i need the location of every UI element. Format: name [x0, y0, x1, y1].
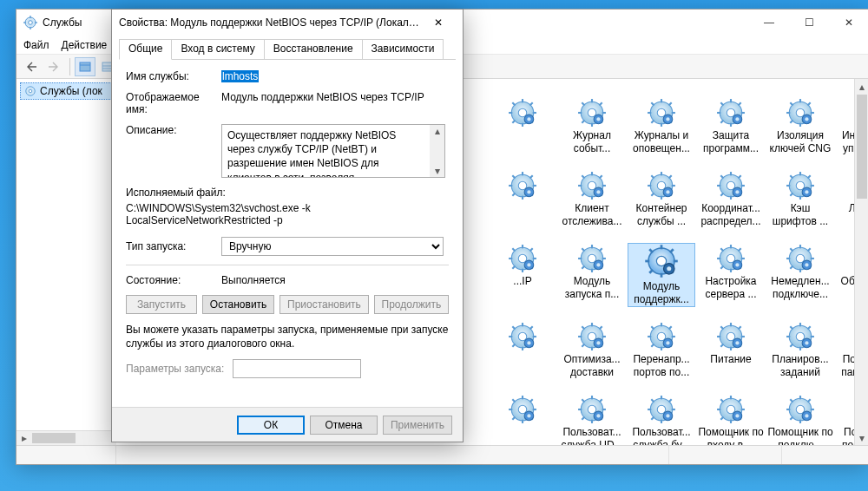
service-item[interactable]: Кэш шрифтов ... — [767, 171, 833, 228]
service-item[interactable]: ...IP — [490, 244, 556, 306]
svg-line-188 — [670, 249, 674, 252]
forward-button[interactable] — [44, 57, 65, 76]
svg-line-44 — [669, 102, 672, 105]
svg-line-284 — [808, 326, 811, 329]
service-item[interactable]: Планиров... заданий — [767, 322, 833, 379]
service-gear-icon — [508, 395, 537, 424]
tree-root-services[interactable]: Службы (лок — [20, 82, 112, 100]
back-button[interactable] — [22, 57, 43, 76]
service-item[interactable]: Защита программ... — [698, 98, 764, 155]
service-item[interactable]: Помощник по входу в ... — [698, 395, 764, 445]
svg-line-138 — [790, 175, 792, 178]
dialog-footer: ОК Отмена Применить — [112, 407, 463, 442]
service-item-label: Клиент отслежива... — [559, 202, 625, 228]
svg-point-240 — [527, 341, 530, 344]
svg-point-324 — [596, 414, 600, 417]
menu-action[interactable]: Действие — [62, 39, 108, 51]
minimize-button[interactable]: — — [749, 10, 789, 36]
service-item[interactable]: Клиент отслежива... — [559, 171, 625, 228]
svg-line-117 — [651, 193, 654, 196]
control-buttons: Запустить Остановить Приостановить Продо… — [126, 295, 449, 314]
service-item[interactable] — [490, 322, 556, 379]
svg-line-306 — [512, 399, 515, 402]
service-item[interactable]: Немедлен... подключе... — [767, 244, 833, 306]
scroll-down-button[interactable]: ▾ — [855, 430, 868, 445]
label-state: Состояние: — [126, 274, 221, 286]
tab-logon[interactable]: Вход в систему — [171, 39, 264, 59]
svg-line-186 — [649, 249, 653, 252]
window-controls: — ☐ ✕ — [749, 10, 868, 36]
svg-line-272 — [739, 326, 741, 329]
desc-scroll-up[interactable]: ▴ — [430, 125, 444, 137]
svg-line-30 — [582, 102, 584, 105]
service-item-label: Модуль запуска п... — [559, 275, 625, 301]
svg-line-248 — [600, 326, 602, 329]
startup-type-select[interactable]: Вручную — [221, 237, 444, 256]
scroll-up-button[interactable]: ▴ — [855, 79, 868, 94]
dialog-titlebar: Свойства: Модуль поддержки NetBIOS через… — [112, 10, 463, 36]
svg-line-45 — [651, 121, 654, 123]
svg-line-213 — [790, 266, 792, 269]
service-item[interactable]: Пользоват... служба бу... — [628, 395, 694, 445]
svg-point-276 — [735, 341, 739, 344]
service-item[interactable]: Настройка сервера ... — [698, 244, 764, 306]
description-scrollbar[interactable]: ▴ ▾ — [430, 125, 444, 177]
desc-scroll-down[interactable]: ▾ — [430, 165, 444, 177]
svg-line-309 — [512, 417, 515, 420]
service-item[interactable]: Помощник по подклю... — [767, 395, 833, 445]
svg-line-236 — [530, 326, 533, 329]
service-item[interactable]: Модуль поддержк... — [628, 244, 694, 306]
service-gear-icon — [786, 244, 815, 273]
svg-line-165 — [512, 266, 515, 269]
stop-button[interactable]: Остановить — [202, 295, 274, 314]
service-item-label: Питание — [710, 353, 751, 366]
service-item[interactable] — [490, 98, 556, 155]
tree-horizontal-scrollbar[interactable]: ◂ ▸ — [16, 430, 116, 445]
service-gear-icon — [647, 98, 676, 128]
service-item[interactable]: Контейнер службы ... — [628, 171, 694, 228]
service-item[interactable]: Журнал событ... — [559, 98, 625, 155]
cancel-button[interactable]: Отмена — [310, 416, 378, 435]
svg-point-96 — [527, 190, 530, 193]
svg-line-68 — [808, 102, 811, 105]
svg-line-320 — [600, 399, 602, 402]
svg-point-60 — [735, 117, 739, 121]
service-item[interactable]: Изоляция ключей CNG — [767, 98, 833, 155]
service-item[interactable]: Координат... распредел... — [698, 171, 764, 228]
service-gear-icon — [716, 98, 746, 128]
service-name-value[interactable]: lmhosts — [221, 70, 259, 82]
svg-rect-6 — [80, 62, 90, 71]
svg-point-192 — [667, 266, 671, 271]
svg-line-176 — [600, 248, 602, 251]
service-item[interactable]: Журналы и оповещен... — [628, 98, 694, 155]
tab-dependencies[interactable]: Зависимости — [362, 39, 444, 59]
maximize-button[interactable]: ☐ — [789, 10, 829, 36]
tab-general[interactable]: Общие — [119, 39, 172, 60]
tree-scroll-thumb[interactable] — [32, 433, 76, 443]
service-item[interactable]: Пользоват... служба UD... — [559, 395, 625, 445]
tab-recovery[interactable]: Восстановление — [264, 39, 363, 59]
tree-scroll-right[interactable]: ▸ — [16, 431, 31, 445]
service-item[interactable] — [490, 395, 556, 445]
service-item[interactable]: Модуль запуска п... — [559, 244, 625, 306]
svg-line-56 — [739, 102, 741, 105]
service-gear-icon — [716, 322, 746, 351]
ok-button[interactable]: ОК — [237, 416, 305, 435]
scroll-thumb[interactable] — [857, 95, 867, 199]
dialog-close-button[interactable]: ✕ — [421, 10, 456, 35]
service-item[interactable]: Оптимиза... доставки — [559, 322, 625, 379]
service-item[interactable] — [490, 171, 556, 228]
svg-line-92 — [530, 175, 533, 178]
service-item[interactable]: Перенапр... портов по... — [628, 322, 694, 379]
svg-point-48 — [666, 117, 669, 121]
service-gear-icon — [508, 171, 537, 200]
service-item[interactable]: Питание — [698, 322, 764, 379]
svg-line-246 — [582, 326, 584, 329]
menu-file[interactable]: Файл — [23, 39, 49, 51]
close-button[interactable]: ✕ — [829, 10, 868, 36]
label-startup-type: Тип запуска: — [126, 240, 221, 252]
vertical-scrollbar[interactable]: ▴ ▾ — [854, 79, 868, 445]
properties-dialog: Свойства: Модуль поддержки NetBIOS через… — [111, 9, 464, 442]
services-grid: Журнал событ...Журналы и оповещен...Защи… — [490, 84, 860, 445]
view-details-button[interactable] — [75, 57, 95, 76]
